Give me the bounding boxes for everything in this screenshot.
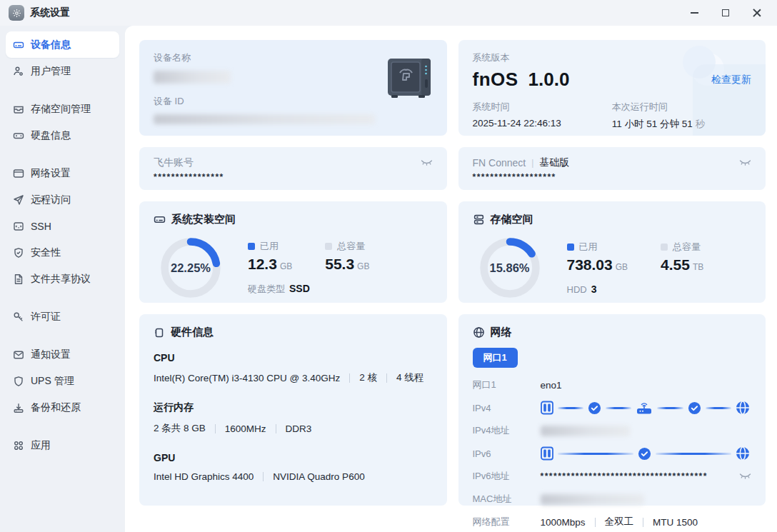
sidebar-item-storage-management[interactable]: 存储空间管理	[6, 96, 119, 122]
shield-check-icon	[13, 247, 24, 259]
mac-address-masked	[541, 494, 644, 505]
titlebar: 系统设置	[0, 0, 777, 26]
fn-connect-label: FN Connect	[473, 157, 526, 169]
disk-type-line: 硬盘类型SSD	[248, 283, 369, 296]
cpu-heading: CPU	[154, 352, 433, 363]
sidebar-item-backup-restore[interactable]: 备份和还原	[6, 394, 119, 421]
fn-connect-value-masked: *******************	[473, 172, 752, 182]
used-value: 12.3GB	[248, 256, 292, 273]
check-circle-icon	[688, 401, 701, 415]
nas-icon	[541, 401, 553, 415]
sidebar-item-user-management[interactable]: 用户管理	[6, 58, 119, 84]
total-label: 总容量	[673, 241, 701, 254]
globe-icon	[736, 401, 750, 415]
device-id-value-masked	[154, 114, 375, 124]
minimize-button[interactable]	[681, 3, 707, 23]
main-content: 设备名称 设备 ID	[125, 26, 777, 532]
ipv4-address-masked	[541, 426, 630, 436]
system-space-percent: 22.25%	[158, 235, 224, 301]
close-button[interactable]	[744, 3, 770, 23]
storage-space-donut: 15.86%	[477, 235, 543, 301]
drive-icon	[13, 39, 24, 51]
globe-icon	[473, 326, 485, 338]
system-space-title: 系统安装空间	[171, 213, 236, 226]
nas-device-image	[386, 56, 433, 100]
download-icon	[13, 402, 24, 413]
nas-icon	[541, 446, 553, 461]
sidebar-item-notifications[interactable]: 通知设置	[6, 341, 119, 368]
window-icon	[13, 168, 24, 179]
fn-connect-card: FN Connect | 基础版 *******************	[458, 147, 766, 190]
sidebar-item-disk-info[interactable]: 硬盘信息	[6, 122, 119, 149]
os-name: fnOS	[473, 69, 518, 91]
eye-closed-icon[interactable]	[739, 472, 751, 481]
mac-address-label: MAC地址	[473, 493, 541, 506]
port-label: 网口1	[473, 378, 541, 391]
eye-closed-icon[interactable]	[739, 159, 751, 167]
network-config-label: 网络配置	[473, 516, 541, 528]
sidebar-item-file-sharing[interactable]: 文件共享协议	[6, 266, 119, 292]
fn-account-label: 飞牛账号	[154, 156, 194, 169]
sidebar-item-apps[interactable]: 应用	[6, 432, 119, 458]
hdd-count-line: HDD3	[567, 283, 704, 295]
system-time-value: 2025-11-24 22:46:13	[473, 118, 612, 129]
device-id-label: 设备 ID	[154, 95, 375, 108]
apps-icon	[13, 440, 24, 451]
system-space-card: 系统安装空间 22.25% 已用 12.3	[139, 201, 447, 303]
ipv6-connection-diagram	[541, 446, 752, 461]
sidebar-item-remote-access[interactable]: 远程访问	[6, 186, 119, 213]
ipv6-label: IPv6	[473, 448, 541, 459]
sidebar-item-network-settings[interactable]: 网络设置	[6, 160, 119, 186]
ram-values: 2 条共 8 GB 1600MHz DDR3	[154, 422, 433, 435]
total-value: 55.3GB	[325, 256, 369, 273]
divider: |	[531, 158, 533, 168]
hardware-info-card: 硬件信息 CPU Intel(R) Core(TM) i3-4130 CPU @…	[139, 314, 447, 506]
gpu-values: Intel HD Graphics 4400 NVIDIA Quadro P60…	[154, 471, 433, 482]
sidebar-item-device-info[interactable]: 设备信息	[6, 31, 119, 58]
document-icon	[13, 273, 24, 285]
used-legend-swatch	[567, 244, 574, 251]
device-info-card: 设备名称 设备 ID	[139, 40, 447, 136]
ipv4-address-label: IPv4地址	[473, 424, 541, 437]
minimize-icon	[691, 12, 698, 14]
app-gear-icon	[9, 5, 24, 21]
router-icon	[636, 401, 653, 415]
sidebar: 设备信息 用户管理 存储空间管理 硬盘信息 网络设置 远程访问 SSH 安全性	[0, 26, 125, 532]
sidebar-item-ssh[interactable]: SSH	[6, 213, 119, 239]
storage-space-percent: 15.86%	[477, 235, 543, 301]
check-update-link[interactable]: 检查更新	[711, 74, 751, 86]
stack-icon	[473, 214, 485, 226]
ram-heading: 运行内存	[154, 401, 433, 414]
cpu-values: Intel(R) Core(TM) i3-4130 CPU @ 3.40GHz …	[154, 371, 433, 384]
gpu-heading: GPU	[154, 452, 433, 463]
sidebar-item-security[interactable]: 安全性	[6, 239, 119, 266]
check-circle-icon	[638, 447, 651, 461]
sidebar-item-ups[interactable]: UPS 管理	[6, 368, 119, 394]
port-value: eno1	[541, 380, 752, 391]
eye-closed-icon[interactable]	[421, 159, 433, 167]
terminal-icon	[13, 221, 24, 232]
fn-account-value-masked: ****************	[154, 172, 433, 182]
port-tab-button[interactable]: 网口1	[473, 348, 518, 368]
maximize-button[interactable]	[713, 3, 738, 23]
used-label: 已用	[579, 241, 598, 254]
network-title: 网络	[491, 326, 512, 339]
system-time-label: 系统时间	[473, 101, 612, 114]
network-card: 网络 网口1 网口1 eno1 IPv4	[458, 314, 766, 506]
drive-icon	[154, 214, 166, 226]
chip-icon	[154, 327, 165, 338]
shield-icon	[13, 376, 24, 387]
fn-account-card: 飞牛账号 ****************	[139, 147, 447, 190]
mail-icon	[13, 349, 24, 361]
total-legend-swatch	[661, 244, 668, 251]
ipv4-connection-diagram	[541, 401, 752, 415]
device-name-value-masked	[154, 71, 231, 84]
total-label: 总容量	[337, 240, 365, 253]
globe-icon	[736, 446, 750, 461]
key-icon	[13, 311, 24, 323]
sidebar-item-license[interactable]: 许可证	[6, 303, 119, 330]
storage-space-title: 存储空间	[491, 213, 533, 226]
ipv4-label: IPv4	[473, 403, 541, 413]
os-version: 1.0.0	[528, 69, 570, 91]
close-icon	[753, 9, 761, 17]
